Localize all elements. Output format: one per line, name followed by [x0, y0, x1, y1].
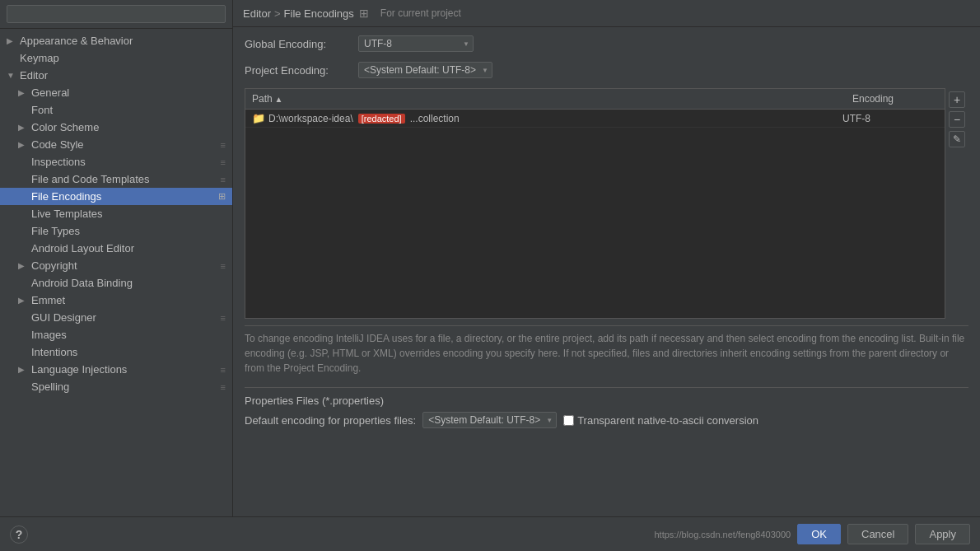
properties-row: Default encoding for properties files: <… — [245, 412, 968, 428]
url-text: https://blog.csdn.net/feng8403000 — [654, 530, 791, 539]
sidebar-label-lang-injections: Language Injections — [31, 363, 127, 376]
sidebar-label-spelling: Spelling — [31, 381, 69, 393]
global-encoding-select[interactable]: UTF-8 — [358, 35, 474, 52]
expand-icon-general: ▶ — [18, 88, 30, 97]
info-text: To change encoding IntelliJ IDEA uses fo… — [245, 325, 968, 381]
sub-icon-templates: ≡ — [221, 175, 226, 184]
sidebar-label-file-types: File Types — [31, 225, 80, 237]
dialog-content: ▶ Appearance & Behavior Keymap ▼ Editor … — [0, 0, 980, 516]
dialog: ▶ Appearance & Behavior Keymap ▼ Editor … — [0, 0, 980, 551]
sidebar-item-editor[interactable]: ▼ Editor — [0, 67, 232, 84]
expand-icon-code-style: ▶ — [18, 140, 30, 149]
breadcrumb-separator: > — [274, 7, 281, 20]
sidebar-item-file-encodings[interactable]: File Encodings ⊞ — [0, 188, 232, 205]
expand-icon-templates — [18, 175, 30, 184]
default-encoding-select-wrap: <System Default: UTF-8> — [422, 412, 557, 428]
expand-icon-intentions — [18, 348, 30, 357]
sidebar-item-emmet[interactable]: ▶ Emmet — [0, 292, 232, 309]
project-encoding-select-wrap: <System Default: UTF-8> — [358, 62, 492, 78]
help-button[interactable]: ? — [10, 525, 28, 544]
sidebar-label-inspections: Inspections — [31, 156, 86, 168]
sidebar-item-file-types[interactable]: File Types — [0, 222, 232, 240]
expand-icon-images — [18, 330, 30, 339]
sidebar-item-general[interactable]: ▶ General — [0, 84, 232, 101]
sidebar-item-android-layout[interactable]: Android Layout Editor — [0, 240, 232, 257]
sidebar-item-lang-injections[interactable]: ▶ Language Injections ≡ — [0, 361, 232, 378]
sidebar-item-code-style[interactable]: ▶ Code Style ≡ — [0, 136, 232, 153]
td-encoding: UTF-8 — [842, 113, 941, 124]
sub-icon-code-style: ≡ — [221, 140, 226, 150]
sidebar-label-images: Images — [31, 329, 67, 341]
sidebar-item-images[interactable]: Images — [0, 326, 232, 343]
ok-button[interactable]: OK — [797, 524, 841, 544]
td-path: 📁 D:\workspace-idea\ [redacted] ...colle… — [249, 112, 842, 124]
table-header: Path Encoding — [245, 89, 945, 110]
sidebar-label-keymap: Keymap — [20, 52, 59, 64]
sidebar-item-copyright[interactable]: ▶ Copyright ≡ — [0, 257, 232, 274]
sidebar-label-appearance: Appearance & Behavior — [20, 35, 133, 47]
expand-icon-android-data — [18, 278, 30, 287]
sidebar-item-spelling[interactable]: Spelling ≡ — [0, 378, 232, 395]
global-encoding-row: Global Encoding: UTF-8 — [245, 35, 968, 52]
sidebar-item-live-templates[interactable]: Live Templates — [0, 205, 232, 222]
properties-section-title: Properties Files (*.properties) — [245, 395, 968, 407]
expand-icon-live — [18, 209, 30, 218]
global-encoding-select-wrap: UTF-8 — [358, 35, 474, 52]
global-encoding-label: Global Encoding: — [245, 38, 352, 50]
sidebar-label-editor: Editor — [20, 69, 48, 82]
apply-button[interactable]: Apply — [915, 524, 970, 544]
expand-icon: ▶ — [7, 36, 18, 45]
action-buttons: https://blog.csdn.net/feng8403000 OK Can… — [654, 524, 970, 544]
sidebar-item-gui[interactable]: GUI Designer ≡ — [0, 309, 232, 326]
sidebar-item-color-scheme[interactable]: ▶ Color Scheme — [0, 119, 232, 136]
sub-icon-copyright: ≡ — [221, 261, 226, 271]
tab-icon: ⊞ — [359, 7, 369, 20]
sidebar-item-file-code-templates[interactable]: File and Code Templates ≡ — [0, 170, 232, 188]
sidebar-label-intentions: Intentions — [31, 346, 77, 358]
table-body: 📁 D:\workspace-idea\ [redacted] ...colle… — [245, 110, 945, 318]
bottom-bar: ? https://blog.csdn.net/feng8403000 OK C… — [0, 516, 980, 551]
sidebar-item-android-data[interactable]: Android Data Binding — [0, 274, 232, 292]
search-bar — [0, 0, 232, 29]
sub-icon-gui: ≡ — [221, 313, 226, 323]
panel-header: Editor > File Encodings ⊞ For current pr… — [233, 0, 980, 27]
sidebar-item-keymap[interactable]: Keymap — [0, 49, 232, 67]
edit-path-button[interactable]: ✎ — [949, 131, 965, 147]
expand-icon-lang: ▶ — [18, 365, 30, 374]
sub-icon-lang: ≡ — [221, 365, 226, 375]
expand-icon-emmet: ▶ — [18, 296, 30, 305]
breadcrumb: Editor > File Encodings — [243, 7, 354, 20]
transparent-label: Transparent native-to-ascii conversion — [577, 414, 758, 427]
project-encoding-select[interactable]: <System Default: UTF-8> — [358, 62, 492, 78]
expand-icon-android-layout — [18, 244, 30, 253]
expand-icon-inspections — [18, 157, 30, 166]
nav-tree: ▶ Appearance & Behavior Keymap ▼ Editor … — [0, 29, 232, 516]
search-input[interactable] — [7, 5, 226, 23]
col-header-encoding[interactable]: Encoding — [846, 91, 945, 106]
expand-icon-editor: ▼ — [7, 71, 18, 80]
expand-icon-file-types — [18, 226, 30, 236]
sidebar-item-appearance[interactable]: ▶ Appearance & Behavior — [0, 32, 232, 49]
path-prefix: D:\workspace-idea\ — [268, 113, 353, 124]
sidebar-item-inspections[interactable]: Inspections ≡ — [0, 153, 232, 170]
main-panel: Editor > File Encodings ⊞ For current pr… — [233, 0, 980, 516]
add-path-button[interactable]: + — [949, 91, 965, 108]
sidebar-label-live-templates: Live Templates — [31, 208, 102, 220]
expand-icon-color: ▶ — [18, 123, 30, 132]
sidebar-item-intentions[interactable]: Intentions — [0, 343, 232, 361]
sidebar-label-templates: File and Code Templates — [31, 173, 150, 185]
expand-icon-spelling — [18, 382, 30, 391]
sidebar-label-encodings: File Encodings — [31, 190, 101, 203]
sidebar-item-font[interactable]: Font — [0, 101, 232, 119]
remove-path-button[interactable]: − — [949, 111, 965, 128]
default-encoding-label: Default encoding for properties files: — [245, 414, 416, 427]
cancel-button[interactable]: Cancel — [847, 524, 908, 544]
transparent-conversion-wrap: Transparent native-to-ascii conversion — [563, 414, 758, 427]
encoding-table: Path Encoding 📁 D:\workspace-idea\ [reda… — [245, 88, 945, 319]
default-encoding-select[interactable]: <System Default: UTF-8> — [422, 412, 557, 428]
folder-icon: 📁 — [252, 112, 265, 124]
col-header-path[interactable]: Path — [245, 91, 846, 106]
sub-icon-spelling: ≡ — [221, 382, 226, 392]
table-row[interactable]: 📁 D:\workspace-idea\ [redacted] ...colle… — [245, 110, 945, 128]
transparent-checkbox[interactable] — [563, 415, 574, 426]
